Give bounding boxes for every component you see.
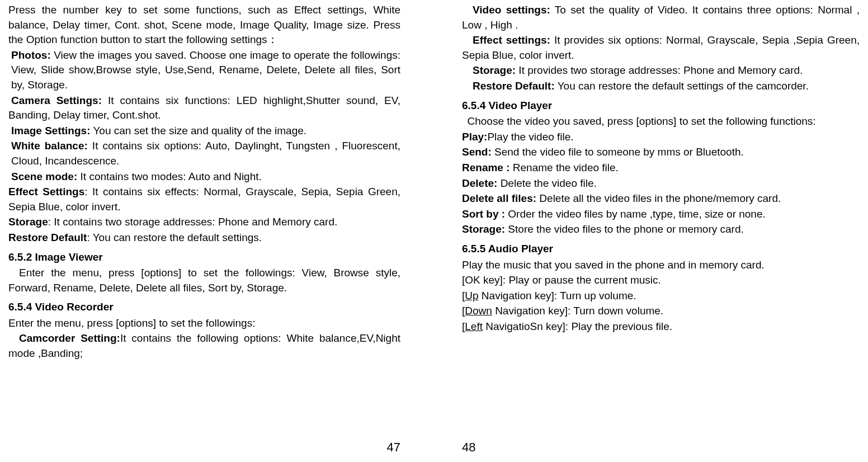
camcorder-label: Camcorder Setting: — [19, 332, 120, 344]
send-para: Send: Send the video file to someone by … — [462, 145, 860, 160]
effect-settings-para-r: Effect settings: It provides six options… — [462, 33, 860, 63]
camera-para: Camera Settings: It contains six functio… — [8, 93, 400, 123]
white-balance-label: White balance: — [11, 140, 88, 152]
play-para: Play:Play the video file. — [462, 130, 860, 145]
storage-text: : It contains two storage addresses: Pho… — [48, 216, 338, 228]
page-number-right: 48 — [462, 439, 475, 456]
storage2-para: Storage: Store the video files to the ph… — [462, 222, 860, 237]
rename-text: Rename the video file. — [510, 162, 619, 173]
effect-settings-label: Effect Settings — [8, 186, 84, 197]
scene-mode-para: Scene mode: It contains two modes: Auto … — [8, 169, 400, 185]
storage-label: Storage — [8, 216, 48, 228]
restore-para: Restore Default: You can restore the def… — [8, 230, 400, 246]
sort-label: Sort by : — [462, 208, 505, 220]
restore-text-r: You can restore the default settings of … — [555, 80, 809, 92]
up-key: Up — [465, 290, 478, 301]
heading-image-viewer: 6.5.2 Image Viewer — [8, 250, 400, 265]
image-settings-text: You can set the size and quality of the … — [90, 125, 306, 136]
left-key-line: [Left NavigatioSn key]: Play the previou… — [462, 319, 860, 334]
rename-label: Rename : — [462, 162, 510, 173]
up-suffix: Navigation key]: Turn up volume. — [479, 290, 636, 301]
scene-mode-text: It contains two modes: Auto and Night. — [77, 171, 262, 182]
down-key: Down — [465, 305, 492, 317]
storage-label-r: Storage: — [473, 64, 516, 76]
delete-all-text: Delete all the video files in the phone/… — [536, 192, 781, 204]
storage-text-r: It provides two storage addresses: Phone… — [516, 64, 803, 76]
sort-text: Order the video files by name ,type, tim… — [505, 208, 766, 220]
intro-text: Press the number key to set some functio… — [8, 3, 400, 48]
down-key-line: [Down Navigation key]: Turn down volume. — [462, 304, 860, 319]
image-settings-para: Image Settings: You can set the size and… — [8, 124, 400, 139]
photos-para: Photos: View the images you saved. Choos… — [8, 48, 400, 93]
camcorder-para: Camcorder Setting:It contains the follow… — [8, 331, 400, 361]
photos-label: Photos: — [11, 49, 51, 61]
send-text: Send the video file to someone by mms or… — [492, 146, 744, 158]
effect-settings-para: Effect Settings: It contains six effects… — [8, 185, 400, 214]
heading-video-player: 6.5.4 Video Player — [462, 98, 860, 114]
restore-para-r: Restore Default: You can restore the def… — [462, 79, 860, 94]
ok-key-line: [OK key]: Play or pause the current musi… — [462, 273, 860, 288]
play-label: Play: — [462, 131, 487, 143]
storage2-text: Store the video files to the phone or me… — [505, 223, 744, 235]
white-balance-para: White balance: It contains six options: … — [8, 139, 400, 168]
heading-video-recorder: 6.5.4 Video Recorder — [8, 300, 400, 315]
page-left: Press the number key to set some functio… — [0, 0, 434, 462]
video-settings-para: Video settings: To set the quality of Vi… — [462, 3, 860, 32]
play-text: Play the video file. — [487, 131, 573, 143]
page-number-left: 47 — [387, 439, 400, 456]
send-label: Send: — [462, 146, 492, 158]
restore-text: : You can restore the default settings. — [87, 232, 262, 243]
page-right: Video settings: To set the quality of Vi… — [434, 0, 868, 462]
delete-para: Delete: Delete the video file. — [462, 176, 860, 191]
storage-para-r: Storage: It provides two storage address… — [462, 63, 860, 78]
effect-settings-label-r: Effect settings: — [473, 34, 550, 46]
video-settings-label: Video settings: — [473, 4, 550, 16]
audio-intro: Play the music that you saved in the pho… — [462, 258, 860, 273]
up-key-line: [Up Navigation key]: Turn up volume. — [462, 289, 860, 304]
storage-para: Storage: It contains two storage address… — [8, 215, 400, 230]
left-suffix: NavigatioSn key]: Play the previous file… — [483, 320, 672, 332]
delete-label: Delete: — [462, 177, 497, 189]
restore-label: Restore Default — [8, 232, 87, 243]
delete-all-para: Delete all files: Delete all the video f… — [462, 191, 860, 206]
restore-label-r: Restore Default: — [473, 80, 555, 92]
image-viewer-text: Enter the menu, press [options] to set t… — [8, 266, 400, 295]
delete-text: Delete the video file. — [497, 177, 596, 189]
image-settings-label: Image Settings: — [11, 125, 90, 136]
heading-audio-player: 6.5.5 Audio Player — [462, 242, 860, 257]
camera-label: Camera Settings: — [8, 95, 102, 106]
left-key: Left — [465, 320, 483, 332]
scene-mode-label: Scene mode: — [11, 171, 77, 182]
storage2-label: Storage: — [462, 223, 505, 235]
sort-para: Sort by : Order the video files by name … — [462, 207, 860, 222]
photos-text: View the images you saved. Choose one im… — [11, 49, 400, 91]
rename-para: Rename : Rename the video file. — [462, 161, 860, 176]
video-player-intro: Choose the video you saved, press [optio… — [462, 114, 860, 129]
delete-all-label: Delete all files: — [462, 192, 536, 204]
down-suffix: Navigation key]: Turn down volume. — [492, 305, 663, 317]
video-recorder-intro: Enter the menu, press [options] to set t… — [8, 316, 400, 331]
